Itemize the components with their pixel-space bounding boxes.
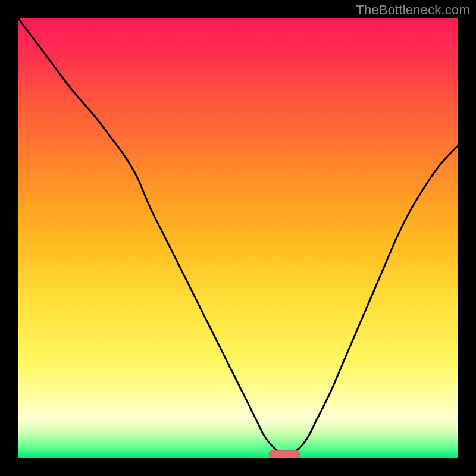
gradient-background — [18, 18, 458, 458]
chart-frame: TheBottleneck.com — [0, 0, 476, 476]
optimal-marker — [269, 450, 300, 458]
watermark-text: TheBottleneck.com — [356, 2, 470, 18]
plot-svg — [18, 18, 458, 458]
plot-area — [18, 18, 458, 458]
